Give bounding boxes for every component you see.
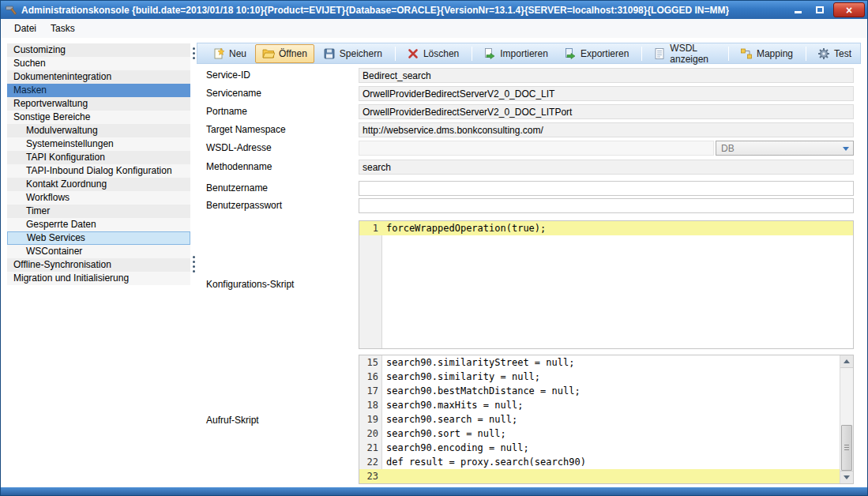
target-namespace-label: Target Namespace: [206, 124, 286, 135]
button-label: Mapping: [757, 48, 793, 59]
line-number: 15: [359, 355, 382, 370]
minimize-button[interactable]: [787, 2, 809, 17]
export-icon: [564, 47, 577, 60]
line-number-gutter: [359, 221, 382, 348]
import-icon: [483, 47, 496, 60]
scroll-up-button[interactable]: [840, 355, 853, 368]
delete-x-icon: [407, 47, 419, 60]
service-id-input[interactable]: [359, 68, 854, 83]
code-line: 15search90.similarityStreet = null;: [359, 355, 840, 370]
sidebar-item-kontakt-zuordnung[interactable]: Kontakt Zuordnung: [7, 178, 190, 191]
toolbar-separator: [728, 47, 729, 61]
code-text: search90.bestMatchDistance = null;: [382, 384, 581, 398]
code-text: search90.maxHits = null;: [382, 398, 523, 412]
menu-item-datei[interactable]: Datei: [7, 21, 43, 36]
code-line: 17search90.bestMatchDistance = null;: [359, 384, 840, 398]
app-icon: [5, 4, 17, 17]
triangle-down-icon: [844, 475, 850, 479]
code-text: forceWrappedOperation(true);: [382, 221, 546, 235]
speichern-button[interactable]: Speichern: [316, 44, 389, 63]
button-label: Importieren: [500, 48, 548, 59]
wsdl-anzeigen-button[interactable]: WSDL anzeigen: [646, 39, 723, 68]
toolbar-separator: [395, 47, 396, 61]
sidebar-item-suchen[interactable]: Suchen: [7, 57, 190, 70]
sidebar-item-dokumentenintegration[interactable]: Dokumentenintegration: [7, 70, 190, 84]
splitter-grip-icon: [193, 45, 195, 62]
sidebar-item-wscontainer[interactable]: WSContainer: [7, 245, 190, 258]
code-text: def result = proxy.search(search90): [382, 455, 586, 469]
menu-item-tasks[interactable]: Tasks: [43, 21, 82, 36]
code-line: 19search90.search = null;: [359, 412, 840, 426]
sidebar-splitter[interactable]: [191, 43, 197, 483]
code-line: 23: [359, 469, 840, 483]
open-folder-icon: [262, 47, 275, 60]
line-number: 19: [359, 412, 382, 426]
sidebar-item-gesperrte-daten[interactable]: Gesperrte Daten: [7, 218, 190, 231]
sidebar-item-web-services[interactable]: Web Services: [7, 231, 190, 245]
call-script-editor[interactable]: 15search90.similarityStreet = null; 16se…: [359, 355, 854, 484]
konfigurations-skript-label: Konfigurations-Skript: [206, 279, 294, 290]
sidebar-item-tapi-inbound-dialog-konfiguration[interactable]: TAPI-Inbound Dialog Konfiguration: [7, 164, 190, 178]
benutzerpasswort-input[interactable]: [359, 198, 854, 213]
portname-input[interactable]: [359, 104, 854, 119]
wsdl-document-icon: [653, 47, 666, 60]
servicename-input[interactable]: [359, 86, 854, 101]
config-script-editor[interactable]: 1 forceWrappedOperation(true);: [359, 220, 854, 349]
scrollbar-thumb[interactable]: [841, 425, 852, 471]
benutzerpasswort-label: Benutzerpasswort: [206, 200, 282, 211]
code-line: 20search90.sort = null;: [359, 426, 840, 441]
line-number: 22: [359, 455, 382, 469]
toolbar-separator: [472, 47, 472, 61]
title-bar: Administrationskonsole {build.date=2013/…: [1, 1, 867, 19]
code-text: search90.similarityStreet = null;: [382, 355, 574, 370]
line-number: 16: [359, 370, 382, 384]
mapping-icon: [740, 47, 753, 60]
close-icon: ×: [846, 4, 852, 17]
sidebar-item-migration-und-initialisierung[interactable]: Migration und Initialisierung: [7, 272, 190, 285]
code-text: search90.similarity = null;: [382, 370, 540, 384]
sidebar-item-masken[interactable]: Masken: [7, 84, 190, 97]
sidebar-item-timer[interactable]: Timer: [7, 205, 190, 218]
sidebar-navigation: Customizing Suchen Dokumentenintegration…: [7, 43, 190, 285]
test-button[interactable]: Test: [810, 44, 859, 63]
benutzername-input[interactable]: [359, 181, 854, 196]
maximize-button[interactable]: [809, 2, 830, 17]
loeschen-button[interactable]: Löschen: [400, 44, 466, 63]
triangle-up-icon: [844, 359, 850, 363]
oeffnen-button[interactable]: Öffnen: [255, 44, 314, 63]
importieren-button[interactable]: Importieren: [476, 44, 555, 63]
sidebar-item-sonstige-bereiche[interactable]: Sonstige Bereiche: [7, 111, 190, 124]
methodenname-input[interactable]: [359, 160, 854, 175]
toolbar-separator: [641, 47, 642, 61]
button-label: Speichern: [340, 48, 382, 59]
target-namespace-input[interactable]: [359, 122, 854, 137]
mapping-button[interactable]: Mapping: [733, 44, 800, 63]
line-number: 23: [359, 469, 382, 483]
close-button[interactable]: ×: [833, 2, 865, 17]
wsdl-source-dropdown[interactable]: DB: [716, 141, 854, 156]
vertical-scrollbar[interactable]: [840, 355, 853, 483]
sidebar-item-customizing[interactable]: Customizing: [7, 43, 190, 57]
sidebar-item-workflows[interactable]: Workflows: [7, 191, 190, 205]
line-number: 17: [359, 384, 382, 398]
sidebar-item-offline-synchronisation[interactable]: Offline-Synchronisation: [7, 258, 190, 272]
maximize-icon: [816, 6, 824, 13]
sidebar-item-tapi-konfiguration[interactable]: TAPI Konfiguration: [7, 151, 190, 164]
wsdl-adresse-label: WSDL-Adresse: [206, 142, 272, 153]
neu-button[interactable]: Neu: [205, 44, 254, 63]
chevron-down-icon: [843, 147, 849, 151]
code-line: 16search90.similarity = null;: [359, 370, 840, 384]
sidebar-item-reportverwaltung[interactable]: Reportverwaltung: [7, 97, 190, 111]
scroll-down-button[interactable]: [840, 471, 853, 483]
toolbar: Neu Öffnen Speichern: [197, 43, 861, 64]
servicename-label: Servicename: [206, 88, 261, 99]
exportieren-button[interactable]: Exportieren: [557, 44, 636, 63]
code-line: 21search90.encoding = null;: [359, 441, 840, 455]
button-label: Öffnen: [279, 48, 307, 59]
sidebar-item-modulverwaltung[interactable]: Modulverwaltung: [7, 124, 190, 137]
button-label: Neu: [229, 48, 246, 59]
sidebar-item-systemeinstellungen[interactable]: Systemeinstellungen: [7, 137, 190, 151]
code-text: search90.sort = null;: [382, 426, 506, 441]
line-number: 20: [359, 426, 382, 441]
toolbar-separator: [806, 47, 806, 61]
